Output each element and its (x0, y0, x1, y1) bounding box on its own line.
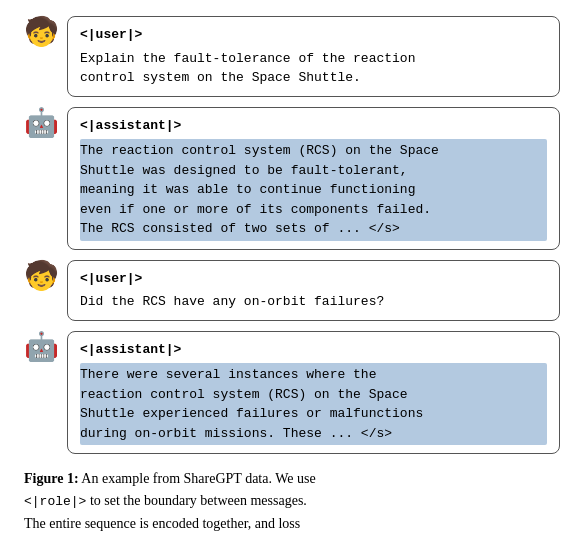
message-bubble: <|user|>Did the RCS have any on-orbit fa… (67, 260, 560, 321)
avatar: 🧒 (24, 18, 59, 46)
message-role: <|assistant|> (80, 116, 547, 136)
conversation-container: 🧒<|user|>Explain the fault-tolerance of … (24, 16, 560, 454)
figure-label: Figure 1: (24, 471, 79, 486)
message-row: 🤖<|assistant|>The reaction control syste… (24, 107, 560, 250)
figure-caption: Figure 1: An example from ShareGPT data.… (24, 468, 560, 536)
message-bubble: <|user|>Explain the fault-tolerance of t… (67, 16, 560, 97)
message-content: Did the RCS have any on-orbit failures? (80, 292, 547, 312)
message-role: <|user|> (80, 269, 547, 289)
message-role: <|assistant|> (80, 340, 547, 360)
message-row: 🤖<|assistant|>There were several instanc… (24, 331, 560, 455)
avatar: 🤖 (24, 333, 59, 361)
message-bubble: <|assistant|>The reaction control system… (67, 107, 560, 250)
message-bubble: <|assistant|>There were several instance… (67, 331, 560, 455)
caption-code-token: <|role|> (24, 494, 86, 509)
caption-text-1: An example from ShareGPT data. We use (81, 471, 315, 486)
message-content: There were several instances where the r… (80, 363, 547, 445)
message-row: 🧒<|user|>Explain the fault-tolerance of … (24, 16, 560, 97)
message-content: Explain the fault-tolerance of the react… (80, 49, 547, 88)
avatar: 🧒 (24, 262, 59, 290)
caption-text-3: The entire sequence is encoded together,… (24, 516, 300, 531)
message-row: 🧒<|user|>Did the RCS have any on-orbit f… (24, 260, 560, 321)
caption-text-2: to set the boundary between messages. (90, 493, 307, 508)
message-content: The reaction control system (RCS) on the… (80, 139, 547, 241)
message-role: <|user|> (80, 25, 547, 45)
avatar: 🤖 (24, 109, 59, 137)
